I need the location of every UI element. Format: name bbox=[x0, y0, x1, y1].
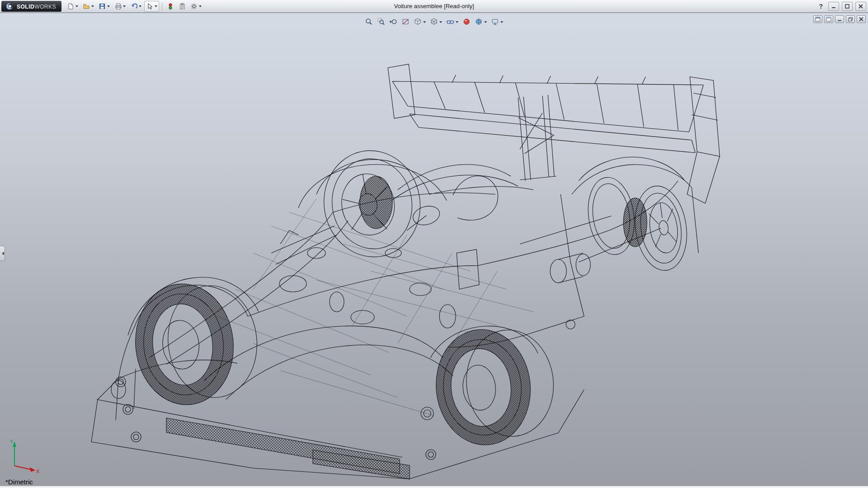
close-window-button[interactable] bbox=[857, 15, 866, 23]
chevron-down-icon bbox=[199, 5, 202, 9]
monitor-icon bbox=[491, 18, 499, 26]
orientation-triad: Y X bbox=[7, 438, 43, 474]
minimize-icon bbox=[831, 4, 836, 9]
front-left-wheel bbox=[130, 279, 263, 409]
x-axis-label: X bbox=[36, 469, 40, 474]
minimize-window-icon bbox=[837, 17, 842, 22]
heads-up-toolbar bbox=[360, 15, 508, 28]
edit-color-button[interactable] bbox=[165, 1, 176, 12]
new-button[interactable] bbox=[65, 1, 80, 12]
brand-text-works: WORKS bbox=[34, 4, 56, 10]
brand-text-solid: SOLID bbox=[17, 4, 34, 10]
printer-icon bbox=[114, 3, 122, 10]
cockpit bbox=[280, 164, 518, 244]
new-document-icon bbox=[67, 3, 74, 10]
save-button[interactable] bbox=[97, 1, 112, 12]
chevron-left-icon bbox=[0, 252, 4, 255]
maximize-icon bbox=[844, 4, 850, 9]
status-bar bbox=[0, 486, 868, 488]
restore-window-icon bbox=[848, 17, 853, 22]
close-icon bbox=[858, 4, 863, 9]
save-floppy-icon bbox=[99, 3, 106, 10]
previous-view-icon bbox=[389, 18, 397, 26]
3ds-swirl-icon bbox=[5, 2, 14, 10]
previous-window-icon bbox=[815, 17, 821, 22]
graphics-viewport[interactable]: Y X *Dimetric bbox=[0, 13, 868, 486]
clipboard-icon bbox=[179, 3, 186, 10]
gear-icon bbox=[190, 3, 198, 10]
document-title: Voiture assemblee [Read-only] bbox=[394, 0, 474, 13]
chassis-lines bbox=[217, 199, 533, 416]
chevron-down-icon bbox=[500, 21, 503, 24]
radiator-bands bbox=[166, 418, 410, 479]
display-style-cube-icon bbox=[430, 18, 438, 26]
previous-window-button[interactable] bbox=[813, 15, 822, 23]
x-axis-arrow bbox=[14, 466, 31, 469]
solidworks-logo: SOLIDWORKS bbox=[1, 1, 61, 12]
chevron-down-icon bbox=[155, 5, 157, 9]
view-orientation-button[interactable] bbox=[412, 16, 428, 27]
chevron-down-icon bbox=[423, 21, 426, 24]
hide-show-items-button[interactable] bbox=[444, 16, 460, 27]
chevron-down-icon bbox=[456, 21, 458, 24]
zoom-to-area-button[interactable] bbox=[375, 16, 387, 27]
menu-toolbar bbox=[65, 1, 203, 12]
featuremanager-collapsed-tab[interactable] bbox=[0, 246, 5, 261]
chevron-down-icon bbox=[139, 5, 142, 9]
appearance-ball-icon bbox=[462, 18, 471, 26]
zoom-to-fit-button[interactable] bbox=[363, 16, 375, 27]
front-right-brake-disc bbox=[360, 176, 392, 229]
print-button[interactable] bbox=[113, 1, 127, 12]
title-bar: SOLIDWORKS bbox=[0, 0, 868, 13]
view-orientation-cube-icon bbox=[414, 18, 422, 26]
rear-wing bbox=[388, 64, 720, 203]
next-window-icon bbox=[826, 17, 831, 22]
rear-right-wheels bbox=[561, 157, 698, 274]
x-axis-arrowhead bbox=[30, 467, 35, 472]
section-view-button[interactable] bbox=[400, 16, 411, 27]
display-style-button[interactable] bbox=[428, 16, 444, 27]
restore-window-button[interactable] bbox=[846, 15, 855, 23]
select-cursor-icon bbox=[146, 3, 153, 10]
zoom-to-fit-icon bbox=[365, 18, 373, 26]
edit-color-icon bbox=[167, 3, 174, 10]
chevron-down-icon bbox=[75, 5, 78, 9]
wing-struts bbox=[518, 95, 556, 181]
minimize-window-button[interactable] bbox=[835, 15, 844, 23]
rear-left-wheel bbox=[430, 325, 559, 450]
section-view-icon bbox=[401, 18, 410, 26]
open-button[interactable] bbox=[81, 1, 96, 12]
undo-button[interactable] bbox=[128, 1, 143, 12]
chevron-down-icon bbox=[107, 5, 110, 9]
maximize-button[interactable] bbox=[842, 2, 853, 11]
zoom-to-area-icon bbox=[377, 18, 385, 26]
toolbar-separator bbox=[162, 2, 162, 10]
chevron-down-icon bbox=[439, 21, 442, 24]
properties-button[interactable] bbox=[177, 1, 188, 12]
close-button[interactable] bbox=[855, 2, 866, 11]
close-window-icon bbox=[859, 17, 864, 22]
view-settings-button[interactable] bbox=[489, 16, 505, 27]
help-button[interactable]: ? bbox=[816, 3, 826, 10]
select-button[interactable] bbox=[144, 1, 159, 12]
solidworks-window: SOLIDWORKS bbox=[0, 0, 868, 488]
next-window-button[interactable] bbox=[824, 15, 833, 23]
wireframe-model[interactable] bbox=[0, 13, 868, 486]
open-folder-icon bbox=[83, 3, 90, 10]
chevron-down-icon bbox=[123, 5, 126, 9]
view-orientation-label: *Dimetric bbox=[5, 478, 33, 486]
scene-globe-icon bbox=[475, 18, 483, 26]
apply-scene-button[interactable] bbox=[473, 16, 489, 27]
edit-appearance-button[interactable] bbox=[461, 16, 472, 27]
chevron-down-icon bbox=[484, 21, 487, 24]
window-controls: ? bbox=[816, 0, 866, 13]
undo-arrow-icon bbox=[130, 3, 137, 10]
document-window-controls bbox=[813, 15, 866, 23]
glasses-icon bbox=[446, 18, 454, 26]
options-button[interactable] bbox=[189, 1, 203, 12]
previous-view-button[interactable] bbox=[387, 16, 399, 27]
chevron-down-icon bbox=[91, 5, 94, 9]
minimize-button[interactable] bbox=[828, 2, 839, 11]
y-axis-label: Y bbox=[10, 439, 14, 444]
